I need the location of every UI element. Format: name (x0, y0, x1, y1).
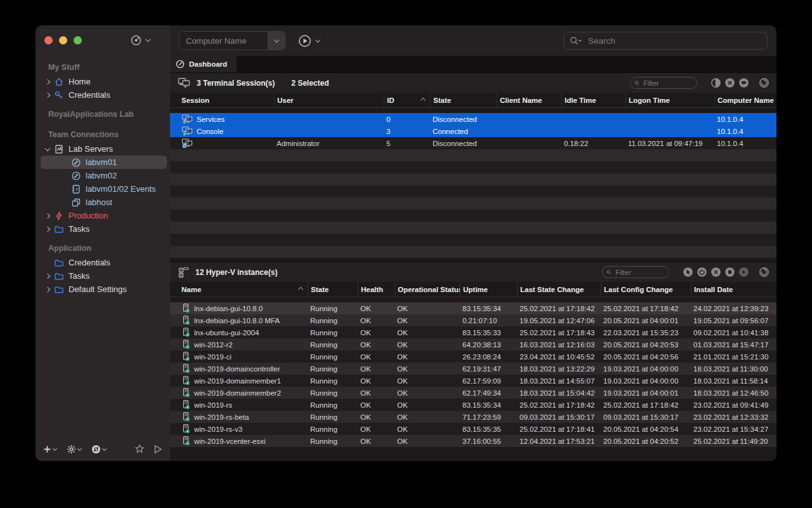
terminal-column-id[interactable]: ID (384, 93, 430, 107)
terminal-sessions-panel: 3 Terminal Session(s) 2 Selected (170, 73, 776, 262)
terminal-filter-field[interactable] (630, 77, 697, 89)
search-field[interactable] (563, 32, 768, 50)
power-button[interactable] (697, 267, 707, 277)
terminal-column-session[interactable]: Session (179, 93, 274, 107)
cell-health: OK (358, 438, 395, 445)
sidebar-item-credentials[interactable]: Credentials (41, 256, 167, 269)
hyperv-column-state[interactable]: State (308, 282, 358, 297)
terminal-column-idle-time[interactable]: Idle Time (561, 93, 625, 107)
chevron-right-icon[interactable] (45, 213, 50, 218)
hyperv-instance-row[interactable]: win-2019-ciRunningOKOK26.23:08:2423.04.2… (170, 351, 776, 363)
sidebar-item-labvm02[interactable]: labvm02 (41, 169, 167, 182)
minimize-window-button[interactable] (59, 36, 67, 44)
pause-button[interactable] (711, 267, 721, 277)
computer-name-combobox[interactable]: Computer Name (179, 31, 285, 50)
cell-health: OK (358, 377, 395, 385)
cell-last_state: 16.03.2021 at 12:16:03 (517, 341, 601, 349)
sidebar-item-tasks[interactable]: Tasks (41, 222, 167, 236)
play-button[interactable] (739, 267, 749, 277)
view-options-button[interactable] (91, 444, 106, 454)
chevron-right-icon[interactable] (45, 226, 50, 231)
refresh-button[interactable] (759, 267, 769, 277)
sidebar-item-label: labhost (86, 197, 112, 207)
hyperv-column-install-date[interactable]: Install Date (691, 282, 776, 297)
message-button[interactable] (739, 78, 749, 88)
logoff-button[interactable] (711, 78, 721, 88)
sidebar-item-tasks[interactable]: Tasks (41, 269, 167, 283)
cell-name: win-2012-r2 (179, 340, 308, 349)
hyperv-instance-row[interactable]: lnx-ubuntu-gui-2004RunningOKOK83.15:35:3… (170, 326, 776, 338)
sidebar-item-lab-servers[interactable]: Lab Servers (41, 142, 167, 156)
terminal-column-client-name[interactable]: Client Name (497, 93, 561, 107)
chevron-right-icon[interactable] (45, 273, 50, 278)
sidebar-item-credentials[interactable]: Credentials (41, 88, 167, 102)
tab-dashboard[interactable]: Dashboard (170, 56, 237, 72)
sidebar-item-labvm01-02-events[interactable]: labvm01/02 Events (41, 182, 167, 196)
hyperv-instance-row[interactable]: win-2019-domainmember1RunningOKOK62.17:5… (170, 375, 776, 387)
cell-state: Running (308, 305, 358, 312)
sidebar-item-production[interactable]: Production (41, 209, 167, 222)
maximize-window-button[interactable] (74, 36, 82, 44)
sidebar-item-labhost[interactable]: labhost (41, 196, 167, 209)
cell-name: win-2019-rs (179, 400, 308, 410)
terminal-filter-input[interactable] (642, 79, 693, 88)
hyperv-instance-row[interactable]: win-2019-domainmember2RunningOKOK62.17:4… (170, 387, 776, 399)
hyperv-column-uptime[interactable]: Uptime (460, 282, 517, 297)
hyperv-column-last-state-change[interactable]: Last State Change (517, 282, 601, 297)
chevron-right-icon[interactable] (45, 79, 50, 84)
connect-button[interactable] (683, 267, 693, 277)
search-input[interactable] (587, 36, 761, 46)
disconnect-button[interactable] (725, 78, 735, 88)
hyperv-filter-input[interactable] (614, 268, 665, 277)
combobox-dropdown-button[interactable] (268, 32, 285, 50)
hyperv-instance-row[interactable]: win-2019-rs-v3RunningOKOK83.15:35:3525.0… (170, 423, 776, 435)
favorite-star-button[interactable] (134, 444, 145, 454)
sidebar-item-labvm01[interactable]: labvm01 (41, 156, 167, 169)
hyperv-column-name[interactable]: Name (179, 282, 308, 297)
connect-play-button[interactable] (154, 444, 162, 454)
sidebar-item-home[interactable]: Home (41, 75, 167, 88)
chevron-down-icon[interactable] (45, 145, 50, 150)
settings-button[interactable] (67, 444, 81, 454)
sidebar-item-default-settings[interactable]: Default Settings (41, 283, 167, 296)
app-menu-button[interactable] (130, 34, 150, 46)
terminal-session-row[interactable]: Administrator5Disconnected0.18:2211.03.2… (170, 137, 776, 149)
hyperv-instance-row[interactable]: win-2019-domaincontrollerRunningOKOK62.1… (170, 363, 776, 375)
hyperv-column-health[interactable]: Health (358, 282, 395, 297)
hyperv-instance-row[interactable]: lnx-debian-gui-10.8.0 MFARunningOKOK0.21… (170, 314, 776, 326)
empty-row (170, 197, 776, 210)
cell-op: OK (395, 401, 460, 409)
refresh-button[interactable] (759, 78, 769, 88)
stop-button[interactable] (725, 267, 735, 277)
terminal-column-state[interactable]: State (430, 93, 497, 107)
chevron-right-icon[interactable] (45, 92, 50, 97)
hyperv-instance-row[interactable]: win-2019-rsRunningOKOK83.15:35:3425.02.2… (170, 399, 776, 411)
terminal-session-row[interactable]: Services0Disconnected10.1.0.4 (170, 113, 776, 125)
close-window-button[interactable] (44, 36, 53, 44)
terminal-column-logon-time[interactable]: Logon Time (625, 93, 714, 107)
cell-last_state: 25.02.2021 at 17:18:42 (517, 401, 601, 409)
hyperv-filter-field[interactable] (602, 266, 669, 278)
window-titlebar[interactable] (36, 25, 170, 55)
hyperv-column-operational-status[interactable]: Operational Status (395, 282, 460, 297)
cell-last_config: 25.02.2021 at 17:18:42 (601, 401, 691, 409)
hyperv-instance-row[interactable]: win-2012-r2RunningOKOK64.20:38:1316.03.2… (170, 338, 776, 351)
terminal-column-user[interactable]: User (274, 93, 384, 107)
cell-health: OK (358, 365, 395, 373)
cell-last_state: 19.05.2021 at 12:47:06 (517, 317, 601, 324)
terminal-session-row[interactable]: Console3Connected10.1.0.4 (170, 125, 776, 137)
hyperv-instance-row[interactable]: win-2019-vcenter-esxiRunningOKOK37.16:00… (170, 435, 776, 447)
terminal-column-computer-name[interactable]: Computer Name (714, 93, 776, 107)
hyperv-instance-row[interactable]: win-2019-rs-betaRunningOKOK71.17:23:5909… (170, 411, 776, 423)
computer-name-placeholder: Computer Name (180, 36, 268, 46)
cell-last_state: 12.04.2021 at 17:53:21 (517, 438, 601, 445)
connect-command-button[interactable] (298, 34, 320, 48)
hyperv-column-last-config-change[interactable]: Last Config Change (601, 282, 691, 297)
add-button[interactable] (43, 445, 56, 453)
chevron-right-icon[interactable] (45, 286, 50, 291)
terminal-selected-count: 2 Selected (291, 79, 329, 88)
hyperv-instance-row[interactable]: lnx-debian-gui-10.8.0RunningOKOK83.15:35… (170, 302, 776, 314)
cell-last_config: 20.05.2021 at 04:20:54 (601, 425, 691, 433)
cell-last_config: 20.05.2021 at 04:20:52 (601, 438, 691, 445)
search-icon (634, 80, 639, 86)
